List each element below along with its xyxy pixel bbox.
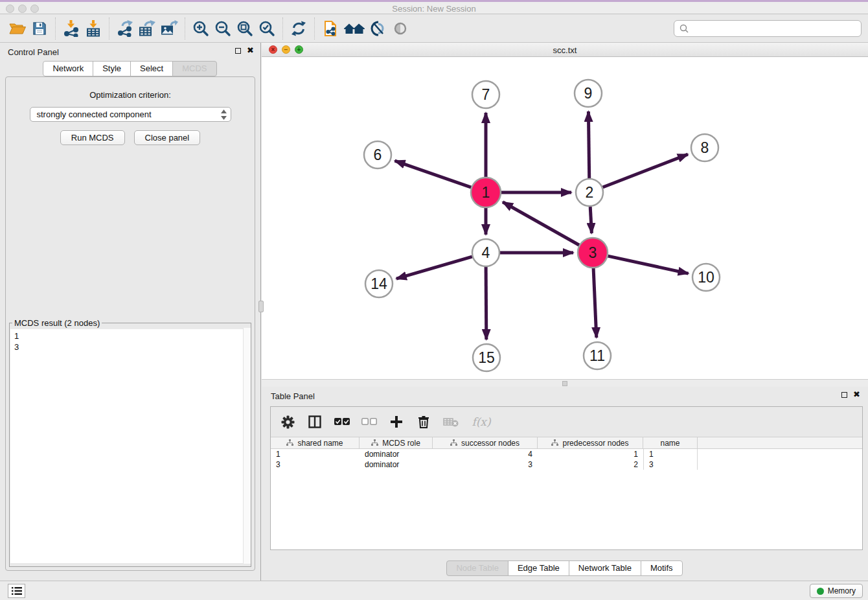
search-input[interactable] [692,24,856,34]
export-network-icon [117,20,133,37]
control-panel-tabs: NetworkStyleSelectMCDS [0,61,260,76]
delete-column-button[interactable] [416,413,431,430]
column-header-name[interactable]: name [643,437,698,448]
graph-node-label: 8 [701,139,709,156]
graph-edge-1-6[interactable] [395,161,472,187]
graph-edge-2-3[interactable] [590,207,591,233]
zoom-in-button[interactable] [190,17,212,40]
tab-select[interactable]: Select [130,61,173,76]
column-header-shared-name[interactable]: shared name [271,437,360,448]
main-toolbar [0,14,868,43]
graph-node-10[interactable]: 10 [692,264,720,291]
panel-resize-grip[interactable] [258,301,264,312]
graph-node-1[interactable]: 1 [471,178,501,207]
graph-node-14[interactable]: 14 [365,270,393,297]
graph-node-8[interactable]: 8 [691,134,718,161]
graph-edge-4-15[interactable] [486,267,486,340]
delete-table-button[interactable] [443,413,459,430]
column-header-label: name [660,439,680,448]
network-window-title: scc.txt [262,45,868,55]
deselect-all-button[interactable] [361,413,377,430]
network-window-titlebar[interactable]: × − + scc.txt [262,43,868,57]
graph-node-label: 7 [482,86,490,103]
splitter-grip[interactable] [562,381,567,386]
horizontal-splitter[interactable] [262,379,868,387]
network-canvas[interactable]: 1234678910111415 [262,57,868,379]
apply-layout-button[interactable] [288,17,310,40]
graph-node-11[interactable]: 11 [584,342,611,369]
graph-edge-2-9[interactable] [588,111,589,178]
select-all-button[interactable] [334,413,350,430]
float-panel-icon[interactable] [841,392,847,398]
zoom-fit-button[interactable] [234,17,256,40]
graph-node-3[interactable]: 3 [578,238,608,268]
chevron-updown-icon [220,109,227,122]
tab-motifs[interactable]: Motifs [641,560,683,576]
function-builder-button[interactable]: f(x) [470,413,492,430]
export-table-button[interactable] [136,17,158,40]
dropdown-value: strongly connected component [37,110,152,119]
tab-mcds[interactable]: MCDS [172,61,216,76]
graph-node-15[interactable]: 15 [473,344,500,371]
zoom-out-icon [214,20,231,37]
show-column-panel-button[interactable] [307,413,323,430]
graph-node-label: 9 [584,85,593,102]
close-panel-button[interactable]: Close panel [134,130,201,145]
graph-edge-2-8[interactable] [603,154,688,187]
window-title: Session: New Session [0,4,868,14]
show-hide-button[interactable] [389,17,411,40]
memory-button[interactable]: Memory [810,584,863,598]
graphics-details-button[interactable] [367,17,389,40]
clone-network-icon [323,20,338,37]
column-header-mcds-role[interactable]: MCDS role [360,437,433,448]
table-cell-name: 3 [643,459,698,470]
save-session-button[interactable] [29,17,51,40]
split-panel-icon [308,415,321,428]
export-network-button[interactable] [114,17,136,40]
close-panel-icon[interactable]: ✖ [247,47,254,54]
float-panel-icon[interactable] [235,48,241,54]
tab-network-table[interactable]: Network Table [569,560,641,576]
mcds-result-fieldset: MCDS result (2 nodes) 1 3 [9,318,251,567]
graph-edge-3-11[interactable] [593,268,597,338]
column-header-predecessor-nodes[interactable]: predecessor nodes [538,437,643,448]
create-column-button[interactable] [389,413,404,430]
tab-network[interactable]: Network [43,61,93,76]
import-network-button[interactable] [60,17,82,40]
optimization-criterion-dropdown[interactable]: strongly connected component [30,107,231,122]
table-cell-name: 1 [643,449,698,459]
graph-edge-4-14[interactable] [396,257,472,279]
table-row[interactable]: 1dominator411 [271,449,862,459]
toolbar-separator [314,17,315,40]
graph-edge-3-10[interactable] [608,256,689,273]
graph-node-2[interactable]: 2 [576,179,603,206]
zoom-out-button[interactable] [212,17,234,40]
graph-edge-3-1[interactable] [503,202,579,246]
graph-node-9[interactable]: 9 [575,80,602,107]
zoom-selected-button[interactable] [256,17,278,40]
import-table-button[interactable] [82,17,104,40]
column-header-successor-nodes[interactable]: successor nodes [433,437,538,448]
export-image-button[interactable] [158,17,180,40]
eye-icon [392,22,409,35]
table-toolbar: f(x) [271,407,862,437]
table-panel-title: Table Panel [271,391,315,401]
node-table-body: 1dominator4113dominator323 [271,449,862,470]
table-settings-button[interactable] [280,413,295,430]
task-history-button[interactable] [8,584,25,598]
graph-node-6[interactable]: 6 [364,141,391,168]
first-neighbors-button[interactable] [341,17,367,40]
tab-style[interactable]: Style [93,61,131,76]
result-scrollbar[interactable] [243,328,251,564]
table-cell-mcds-role: dominator [360,449,433,459]
close-panel-icon[interactable]: ✖ [853,391,860,398]
table-row[interactable]: 3dominator323 [271,459,862,470]
toolbar-separator [282,17,283,40]
open-session-button[interactable] [6,17,29,40]
graph-node-7[interactable]: 7 [472,81,499,108]
tab-edge-table[interactable]: Edge Table [508,560,569,576]
clone-network-button[interactable] [319,17,341,40]
run-mcds-button[interactable]: Run MCDS [60,130,125,145]
graph-node-4[interactable]: 4 [472,239,499,266]
tab-node-table[interactable]: Node Table [446,560,508,576]
